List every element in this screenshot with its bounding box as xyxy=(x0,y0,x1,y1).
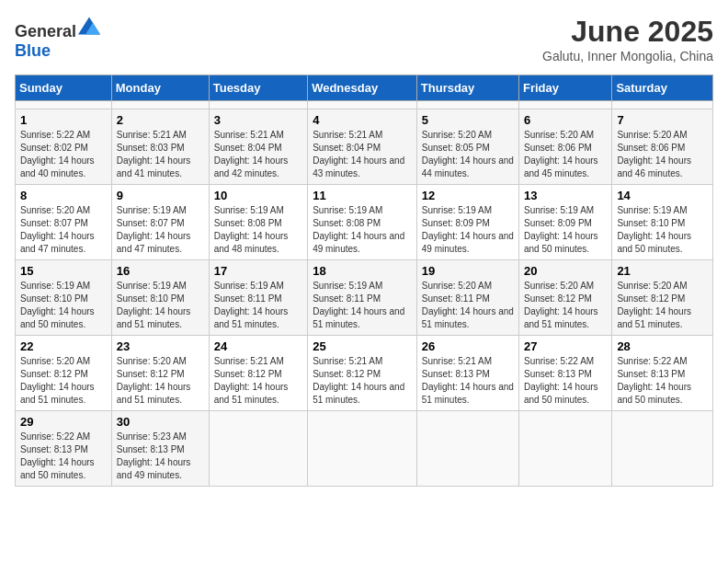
day-number: 24 xyxy=(214,339,302,353)
day-number: 17 xyxy=(214,264,302,278)
day-cell: 1Sunrise: 5:22 AM Sunset: 8:02 PM Daylig… xyxy=(16,109,112,185)
day-number: 2 xyxy=(117,113,204,127)
day-number: 29 xyxy=(20,415,107,429)
day-cell: 17Sunrise: 5:19 AM Sunset: 8:11 PM Dayli… xyxy=(209,260,307,336)
day-cell xyxy=(308,101,417,109)
day-number: 30 xyxy=(117,415,204,429)
day-cell: 29Sunrise: 5:22 AM Sunset: 8:13 PM Dayli… xyxy=(16,411,112,487)
day-info: Sunrise: 5:21 AM Sunset: 8:13 PM Dayligh… xyxy=(422,355,514,407)
day-cell xyxy=(209,411,307,487)
day-number: 6 xyxy=(524,113,607,127)
day-number: 7 xyxy=(617,113,708,127)
day-info: Sunrise: 5:20 AM Sunset: 8:12 PM Dayligh… xyxy=(117,355,204,407)
week-row-2: 1Sunrise: 5:22 AM Sunset: 8:02 PM Daylig… xyxy=(16,109,713,185)
day-cell xyxy=(612,411,713,487)
day-info: Sunrise: 5:22 AM Sunset: 8:02 PM Dayligh… xyxy=(20,129,107,180)
day-info: Sunrise: 5:20 AM Sunset: 8:11 PM Dayligh… xyxy=(422,280,514,331)
day-number: 5 xyxy=(422,113,514,127)
day-number: 10 xyxy=(214,189,302,202)
day-cell xyxy=(518,411,611,487)
day-info: Sunrise: 5:19 AM Sunset: 8:10 PM Dayligh… xyxy=(617,204,708,256)
day-info: Sunrise: 5:19 AM Sunset: 8:07 PM Dayligh… xyxy=(117,204,204,256)
day-cell xyxy=(308,411,417,487)
day-number: 9 xyxy=(117,189,204,202)
day-cell: 13Sunrise: 5:19 AM Sunset: 8:09 PM Dayli… xyxy=(518,185,611,260)
day-info: Sunrise: 5:20 AM Sunset: 8:06 PM Dayligh… xyxy=(617,129,708,180)
day-info: Sunrise: 5:21 AM Sunset: 8:12 PM Dayligh… xyxy=(313,355,412,407)
logo: General Blue xyxy=(15,15,100,61)
day-info: Sunrise: 5:20 AM Sunset: 8:12 PM Dayligh… xyxy=(524,280,607,331)
day-info: Sunrise: 5:21 AM Sunset: 8:04 PM Dayligh… xyxy=(214,129,302,180)
col-header-thursday: Thursday xyxy=(416,75,518,101)
day-info: Sunrise: 5:19 AM Sunset: 8:08 PM Dayligh… xyxy=(214,204,302,256)
day-cell: 9Sunrise: 5:19 AM Sunset: 8:07 PM Daylig… xyxy=(111,185,209,260)
day-cell: 2Sunrise: 5:21 AM Sunset: 8:03 PM Daylig… xyxy=(111,109,209,185)
col-header-monday: Monday xyxy=(111,75,209,101)
day-cell: 24Sunrise: 5:21 AM Sunset: 8:12 PM Dayli… xyxy=(209,336,307,411)
day-number: 25 xyxy=(313,339,412,353)
day-cell: 23Sunrise: 5:20 AM Sunset: 8:12 PM Dayli… xyxy=(111,336,209,411)
day-cell: 19Sunrise: 5:20 AM Sunset: 8:11 PM Dayli… xyxy=(416,260,518,336)
day-cell: 25Sunrise: 5:21 AM Sunset: 8:12 PM Dayli… xyxy=(308,336,417,411)
day-cell xyxy=(16,101,112,109)
day-number: 15 xyxy=(20,264,107,278)
day-info: Sunrise: 5:21 AM Sunset: 8:03 PM Dayligh… xyxy=(117,129,204,180)
day-cell: 22Sunrise: 5:20 AM Sunset: 8:12 PM Dayli… xyxy=(16,336,112,411)
title-block: June 2025 Galutu, Inner Mongolia, China xyxy=(542,15,713,63)
day-cell: 28Sunrise: 5:22 AM Sunset: 8:13 PM Dayli… xyxy=(612,336,713,411)
location-title: Galutu, Inner Mongolia, China xyxy=(542,49,713,63)
day-info: Sunrise: 5:19 AM Sunset: 8:10 PM Dayligh… xyxy=(117,280,204,331)
day-info: Sunrise: 5:21 AM Sunset: 8:04 PM Dayligh… xyxy=(313,129,412,180)
day-number: 23 xyxy=(117,339,204,353)
logo-general: General xyxy=(15,22,76,40)
day-number: 21 xyxy=(617,264,708,278)
day-info: Sunrise: 5:19 AM Sunset: 8:11 PM Dayligh… xyxy=(313,280,412,331)
col-header-sunday: Sunday xyxy=(16,75,112,101)
day-cell: 7Sunrise: 5:20 AM Sunset: 8:06 PM Daylig… xyxy=(612,109,713,185)
day-number: 12 xyxy=(422,189,514,202)
page-header: General Blue June 2025 Galutu, Inner Mon… xyxy=(15,15,713,63)
day-cell: 6Sunrise: 5:20 AM Sunset: 8:06 PM Daylig… xyxy=(518,109,611,185)
day-cell: 27Sunrise: 5:22 AM Sunset: 8:13 PM Dayli… xyxy=(518,336,611,411)
day-cell: 26Sunrise: 5:21 AM Sunset: 8:13 PM Dayli… xyxy=(416,336,518,411)
day-info: Sunrise: 5:23 AM Sunset: 8:13 PM Dayligh… xyxy=(117,431,204,482)
day-number: 26 xyxy=(422,339,514,353)
day-number: 22 xyxy=(20,339,107,353)
logo-icon xyxy=(78,15,100,37)
week-row-3: 8Sunrise: 5:20 AM Sunset: 8:07 PM Daylig… xyxy=(16,185,713,260)
day-info: Sunrise: 5:19 AM Sunset: 8:09 PM Dayligh… xyxy=(422,204,514,256)
day-info: Sunrise: 5:22 AM Sunset: 8:13 PM Dayligh… xyxy=(524,355,607,407)
calendar-table: SundayMondayTuesdayWednesdayThursdayFrid… xyxy=(15,75,713,487)
day-cell: 3Sunrise: 5:21 AM Sunset: 8:04 PM Daylig… xyxy=(209,109,307,185)
day-info: Sunrise: 5:19 AM Sunset: 8:09 PM Dayligh… xyxy=(524,204,607,256)
week-row-5: 22Sunrise: 5:20 AM Sunset: 8:12 PM Dayli… xyxy=(16,336,713,411)
day-number: 16 xyxy=(117,264,204,278)
day-number: 11 xyxy=(313,189,412,202)
day-info: Sunrise: 5:22 AM Sunset: 8:13 PM Dayligh… xyxy=(617,355,708,407)
day-cell: 14Sunrise: 5:19 AM Sunset: 8:10 PM Dayli… xyxy=(612,185,713,260)
day-cell: 11Sunrise: 5:19 AM Sunset: 8:08 PM Dayli… xyxy=(308,185,417,260)
day-info: Sunrise: 5:20 AM Sunset: 8:06 PM Dayligh… xyxy=(524,129,607,180)
week-row-4: 15Sunrise: 5:19 AM Sunset: 8:10 PM Dayli… xyxy=(16,260,713,336)
day-number: 19 xyxy=(422,264,514,278)
day-cell: 8Sunrise: 5:20 AM Sunset: 8:07 PM Daylig… xyxy=(16,185,112,260)
day-info: Sunrise: 5:20 AM Sunset: 8:12 PM Dayligh… xyxy=(617,280,708,331)
day-info: Sunrise: 5:22 AM Sunset: 8:13 PM Dayligh… xyxy=(20,431,107,482)
day-number: 14 xyxy=(617,189,708,202)
day-cell: 12Sunrise: 5:19 AM Sunset: 8:09 PM Dayli… xyxy=(416,185,518,260)
col-header-tuesday: Tuesday xyxy=(209,75,307,101)
day-number: 4 xyxy=(313,113,412,127)
day-cell: 16Sunrise: 5:19 AM Sunset: 8:10 PM Dayli… xyxy=(111,260,209,336)
calendar-header-row: SundayMondayTuesdayWednesdayThursdayFrid… xyxy=(16,75,713,101)
day-cell: 30Sunrise: 5:23 AM Sunset: 8:13 PM Dayli… xyxy=(111,411,209,487)
week-row-6: 29Sunrise: 5:22 AM Sunset: 8:13 PM Dayli… xyxy=(16,411,713,487)
day-info: Sunrise: 5:19 AM Sunset: 8:10 PM Dayligh… xyxy=(20,280,107,331)
day-cell xyxy=(209,101,307,109)
day-cell xyxy=(111,101,209,109)
day-number: 8 xyxy=(20,189,107,202)
logo-block: General Blue xyxy=(15,15,100,61)
day-number: 1 xyxy=(20,113,107,127)
day-number: 13 xyxy=(524,189,607,202)
day-info: Sunrise: 5:20 AM Sunset: 8:12 PM Dayligh… xyxy=(20,355,107,407)
logo-blue: Blue xyxy=(15,41,51,60)
